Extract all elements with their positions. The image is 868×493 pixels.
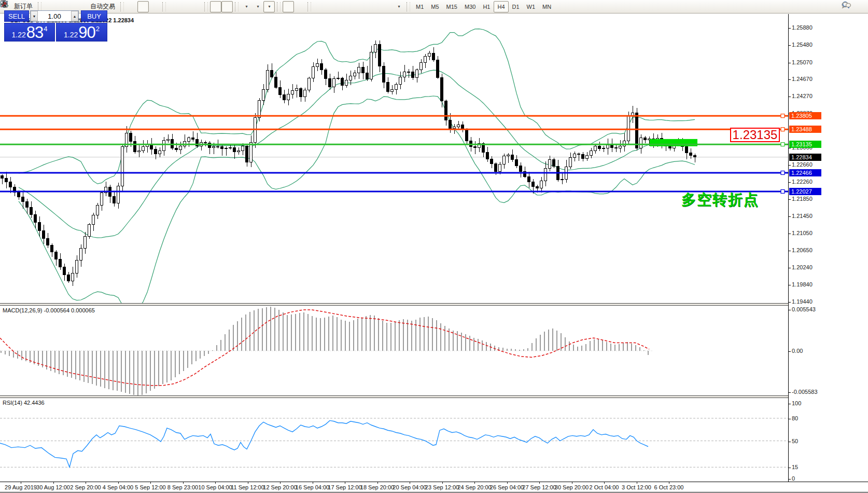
arrows-tool-button[interactable]: ▾: [393, 1, 404, 12]
tab-m30[interactable]: M30: [461, 1, 479, 12]
chinese-annotation[interactable]: 多空转折点: [681, 190, 759, 210]
tab-h4[interactable]: H4: [494, 1, 508, 12]
crosshair-button[interactable]: [294, 1, 305, 12]
zoom-in-button[interactable]: [168, 1, 179, 12]
buy-price-big: 90: [78, 25, 95, 40]
sell-price-sup: 4: [44, 25, 47, 33]
price-tick: 1.20240: [792, 264, 813, 270]
new-order-label[interactable]: 新订单: [14, 2, 33, 11]
chevron-down-icon: ▾: [268, 4, 270, 9]
time-label: 8 Sep 23:00: [167, 484, 198, 490]
sell-price-small: 1.22: [12, 31, 26, 39]
hline-price-label: 1.23805: [789, 112, 821, 119]
buy-price-display[interactable]: 1.22 90 2: [56, 23, 107, 42]
main-chart-canvas[interactable]: [0, 14, 788, 303]
chat-button[interactable]: [852, 1, 864, 12]
time-tick: [572, 482, 572, 484]
time-tick: [86, 482, 86, 484]
horizontal-line-tool-button[interactable]: [325, 1, 336, 12]
toolbar-handle: [307, 2, 311, 11]
time-tick: [474, 482, 475, 484]
macd-canvas[interactable]: [0, 306, 788, 395]
price-tick: 1.19840: [792, 281, 813, 287]
macd-axis-tick: 0.00: [792, 348, 803, 354]
fibonacci-tool-button[interactable]: F: [359, 1, 370, 12]
line-chart-mode-button[interactable]: [149, 1, 160, 12]
rsi-pane[interactable]: RSI(14) 42.4436: [0, 398, 788, 482]
templates-button[interactable]: ▾: [263, 1, 275, 12]
chart-shift-button[interactable]: [221, 1, 233, 12]
chevron-down-icon: ▾: [398, 4, 400, 9]
tab-mn[interactable]: MN: [539, 1, 555, 12]
volume-decrease-button[interactable]: ▼: [31, 11, 38, 21]
time-label: 6 Oct 23:00: [654, 484, 684, 490]
toolbar-handle: [204, 2, 208, 11]
time-tick: [604, 482, 605, 484]
time-tick: [150, 482, 151, 484]
time-label: 16 Sep 04:00: [296, 484, 329, 490]
time-tick: [183, 482, 184, 484]
rsi-canvas[interactable]: [0, 398, 788, 482]
hline-price-label: 1.23488: [789, 126, 821, 133]
time-tick: [248, 482, 248, 484]
text-tool-button[interactable]: A: [370, 1, 382, 12]
time-label: 4 Sep 04:00: [103, 484, 133, 490]
indicators-button[interactable]: ▾: [241, 1, 252, 12]
time-tick: [280, 482, 281, 484]
trendline-tool-button[interactable]: [336, 1, 347, 12]
tab-d1[interactable]: D1: [509, 1, 523, 12]
macd-pane[interactable]: MACD(12,26,9) -0.000564 0.000065: [0, 306, 788, 395]
bid-price-label: 1.22834: [789, 154, 821, 161]
buy-button[interactable]: BUY: [81, 10, 107, 22]
tab-w1[interactable]: W1: [523, 1, 539, 12]
auto-trading-label[interactable]: 自动交易: [90, 2, 115, 11]
time-label: 27 Sep 12:00: [522, 484, 556, 490]
zoom-out-button[interactable]: [179, 1, 191, 12]
price-tick: 1.21050: [792, 230, 813, 236]
vertical-line-tool-button[interactable]: [313, 1, 325, 12]
time-tick: [345, 482, 345, 484]
tab-m15[interactable]: M15: [443, 1, 461, 12]
cursor-button[interactable]: [283, 1, 294, 12]
time-tick: [669, 482, 669, 484]
periods-button[interactable]: ▾: [252, 1, 263, 12]
window-bottom-border: [0, 492, 868, 492]
price-tick: 1.19440: [792, 298, 813, 305]
time-tick: [53, 482, 54, 484]
time-tick: [313, 482, 313, 484]
price-tick: 1.20650: [792, 247, 813, 253]
tab-m5[interactable]: M5: [427, 1, 442, 12]
time-tick: [215, 482, 216, 484]
price-axis[interactable]: 1.258801.254801.250701.246701.242701.238…: [788, 14, 868, 482]
time-axis[interactable]: 29 Aug 201930 Aug 12:002 Sep 20:004 Sep …: [0, 482, 868, 492]
toolbar-handle: [120, 2, 124, 11]
time-label: 30 Aug 12:00: [36, 484, 70, 490]
tab-h1[interactable]: H1: [479, 1, 494, 12]
rsi-axis-tick: 80: [792, 415, 798, 421]
time-tick: [442, 482, 443, 484]
price-callout-box[interactable]: 1.23135: [730, 128, 780, 142]
tab-m1[interactable]: M1: [412, 1, 427, 12]
sell-price-display[interactable]: 1.22 83 4: [4, 23, 55, 42]
rsi-legend: RSI(14) 42.4436: [3, 400, 45, 406]
hline-price-label: 1.22466: [789, 169, 821, 176]
toolbar-handle: [235, 2, 239, 11]
sell-button[interactable]: SELL: [4, 10, 29, 22]
buy-price-sup: 2: [96, 25, 100, 33]
text-label-tool-button[interactable]: T: [382, 1, 393, 12]
macd-legend: MACD(12,26,9) -0.000564 0.000065: [3, 307, 95, 313]
volume-input[interactable]: [38, 11, 71, 21]
tile-windows-button[interactable]: [191, 1, 202, 12]
price-tick: 1.22660: [792, 161, 813, 168]
time-tick: [410, 482, 410, 484]
time-label: 23 Sep 12:00: [425, 484, 459, 490]
time-label: 10 Sep 04:00: [198, 484, 232, 490]
volume-increase-button[interactable]: ▲: [71, 11, 78, 21]
time-label: 11 Sep 12:00: [231, 484, 264, 490]
main-chart-pane[interactable]: ▲ GBPUSD-,H4 1.22850 1.22850 1.22822 1.2…: [0, 14, 788, 303]
bar-chart-mode-button[interactable]: [126, 1, 137, 12]
candlestick-mode-button[interactable]: [137, 1, 149, 12]
channel-tool-button[interactable]: E: [347, 1, 359, 12]
auto-scroll-button[interactable]: [210, 1, 221, 12]
chevron-down-icon: ▾: [245, 4, 247, 9]
